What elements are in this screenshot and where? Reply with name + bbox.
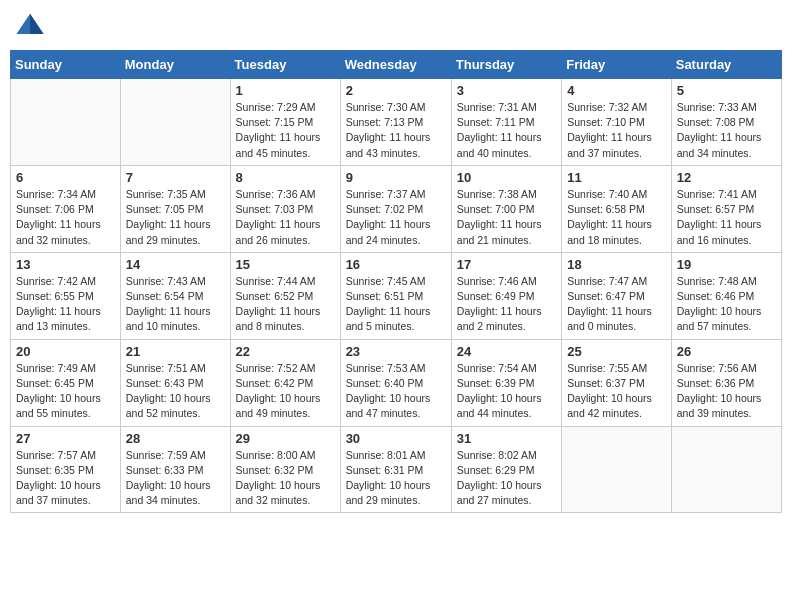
week-row-3: 13Sunrise: 7:42 AMSunset: 6:55 PMDayligh…: [11, 252, 782, 339]
calendar-cell: 13Sunrise: 7:42 AMSunset: 6:55 PMDayligh…: [11, 252, 121, 339]
calendar-cell: 6Sunrise: 7:34 AMSunset: 7:06 PMDaylight…: [11, 165, 121, 252]
calendar-cell: 9Sunrise: 7:37 AMSunset: 7:02 PMDaylight…: [340, 165, 451, 252]
calendar-cell: 8Sunrise: 7:36 AMSunset: 7:03 PMDaylight…: [230, 165, 340, 252]
calendar-cell: 3Sunrise: 7:31 AMSunset: 7:11 PMDaylight…: [451, 79, 561, 166]
calendar-header-sunday: Sunday: [11, 51, 121, 79]
week-row-2: 6Sunrise: 7:34 AMSunset: 7:06 PMDaylight…: [11, 165, 782, 252]
day-number: 2: [346, 83, 446, 98]
calendar-cell: 7Sunrise: 7:35 AMSunset: 7:05 PMDaylight…: [120, 165, 230, 252]
day-info: Sunrise: 7:31 AMSunset: 7:11 PMDaylight:…: [457, 100, 556, 161]
calendar-cell: 12Sunrise: 7:41 AMSunset: 6:57 PMDayligh…: [671, 165, 781, 252]
calendar-cell: 19Sunrise: 7:48 AMSunset: 6:46 PMDayligh…: [671, 252, 781, 339]
day-info: Sunrise: 7:54 AMSunset: 6:39 PMDaylight:…: [457, 361, 556, 422]
day-info: Sunrise: 8:02 AMSunset: 6:29 PMDaylight:…: [457, 448, 556, 509]
calendar-cell: 30Sunrise: 8:01 AMSunset: 6:31 PMDayligh…: [340, 426, 451, 513]
day-number: 25: [567, 344, 666, 359]
day-info: Sunrise: 8:00 AMSunset: 6:32 PMDaylight:…: [236, 448, 335, 509]
day-info: Sunrise: 7:45 AMSunset: 6:51 PMDaylight:…: [346, 274, 446, 335]
day-info: Sunrise: 7:38 AMSunset: 7:00 PMDaylight:…: [457, 187, 556, 248]
day-number: 9: [346, 170, 446, 185]
day-info: Sunrise: 7:32 AMSunset: 7:10 PMDaylight:…: [567, 100, 666, 161]
day-number: 10: [457, 170, 556, 185]
day-info: Sunrise: 7:56 AMSunset: 6:36 PMDaylight:…: [677, 361, 776, 422]
calendar-header-tuesday: Tuesday: [230, 51, 340, 79]
week-row-4: 20Sunrise: 7:49 AMSunset: 6:45 PMDayligh…: [11, 339, 782, 426]
day-number: 6: [16, 170, 115, 185]
calendar-cell: [562, 426, 672, 513]
day-number: 29: [236, 431, 335, 446]
day-info: Sunrise: 7:34 AMSunset: 7:06 PMDaylight:…: [16, 187, 115, 248]
day-info: Sunrise: 7:59 AMSunset: 6:33 PMDaylight:…: [126, 448, 225, 509]
calendar-cell: 17Sunrise: 7:46 AMSunset: 6:49 PMDayligh…: [451, 252, 561, 339]
day-info: Sunrise: 7:30 AMSunset: 7:13 PMDaylight:…: [346, 100, 446, 161]
day-number: 7: [126, 170, 225, 185]
calendar-cell: 31Sunrise: 8:02 AMSunset: 6:29 PMDayligh…: [451, 426, 561, 513]
calendar-header-monday: Monday: [120, 51, 230, 79]
day-number: 11: [567, 170, 666, 185]
calendar-header-row: SundayMondayTuesdayWednesdayThursdayFrid…: [11, 51, 782, 79]
calendar-cell: 26Sunrise: 7:56 AMSunset: 6:36 PMDayligh…: [671, 339, 781, 426]
day-info: Sunrise: 7:35 AMSunset: 7:05 PMDaylight:…: [126, 187, 225, 248]
calendar-cell: 15Sunrise: 7:44 AMSunset: 6:52 PMDayligh…: [230, 252, 340, 339]
day-info: Sunrise: 7:57 AMSunset: 6:35 PMDaylight:…: [16, 448, 115, 509]
calendar-cell: 16Sunrise: 7:45 AMSunset: 6:51 PMDayligh…: [340, 252, 451, 339]
calendar-cell: [120, 79, 230, 166]
day-info: Sunrise: 7:42 AMSunset: 6:55 PMDaylight:…: [16, 274, 115, 335]
day-info: Sunrise: 7:49 AMSunset: 6:45 PMDaylight:…: [16, 361, 115, 422]
day-number: 4: [567, 83, 666, 98]
day-info: Sunrise: 7:33 AMSunset: 7:08 PMDaylight:…: [677, 100, 776, 161]
day-info: Sunrise: 7:29 AMSunset: 7:15 PMDaylight:…: [236, 100, 335, 161]
day-number: 19: [677, 257, 776, 272]
svg-marker-1: [30, 14, 44, 34]
day-number: 5: [677, 83, 776, 98]
day-info: Sunrise: 8:01 AMSunset: 6:31 PMDaylight:…: [346, 448, 446, 509]
calendar-cell: 24Sunrise: 7:54 AMSunset: 6:39 PMDayligh…: [451, 339, 561, 426]
day-number: 22: [236, 344, 335, 359]
day-info: Sunrise: 7:40 AMSunset: 6:58 PMDaylight:…: [567, 187, 666, 248]
calendar-cell: 21Sunrise: 7:51 AMSunset: 6:43 PMDayligh…: [120, 339, 230, 426]
day-info: Sunrise: 7:55 AMSunset: 6:37 PMDaylight:…: [567, 361, 666, 422]
day-number: 14: [126, 257, 225, 272]
day-number: 3: [457, 83, 556, 98]
day-number: 16: [346, 257, 446, 272]
calendar-header-thursday: Thursday: [451, 51, 561, 79]
calendar-cell: 1Sunrise: 7:29 AMSunset: 7:15 PMDaylight…: [230, 79, 340, 166]
day-info: Sunrise: 7:48 AMSunset: 6:46 PMDaylight:…: [677, 274, 776, 335]
day-number: 26: [677, 344, 776, 359]
calendar-cell: 5Sunrise: 7:33 AMSunset: 7:08 PMDaylight…: [671, 79, 781, 166]
day-number: 24: [457, 344, 556, 359]
calendar-cell: [11, 79, 121, 166]
calendar-cell: 28Sunrise: 7:59 AMSunset: 6:33 PMDayligh…: [120, 426, 230, 513]
calendar-header-friday: Friday: [562, 51, 672, 79]
week-row-5: 27Sunrise: 7:57 AMSunset: 6:35 PMDayligh…: [11, 426, 782, 513]
day-info: Sunrise: 7:47 AMSunset: 6:47 PMDaylight:…: [567, 274, 666, 335]
day-info: Sunrise: 7:37 AMSunset: 7:02 PMDaylight:…: [346, 187, 446, 248]
day-number: 17: [457, 257, 556, 272]
week-row-1: 1Sunrise: 7:29 AMSunset: 7:15 PMDaylight…: [11, 79, 782, 166]
day-info: Sunrise: 7:46 AMSunset: 6:49 PMDaylight:…: [457, 274, 556, 335]
calendar-cell: 20Sunrise: 7:49 AMSunset: 6:45 PMDayligh…: [11, 339, 121, 426]
day-number: 12: [677, 170, 776, 185]
calendar-cell: 23Sunrise: 7:53 AMSunset: 6:40 PMDayligh…: [340, 339, 451, 426]
calendar-cell: 10Sunrise: 7:38 AMSunset: 7:00 PMDayligh…: [451, 165, 561, 252]
calendar-cell: 27Sunrise: 7:57 AMSunset: 6:35 PMDayligh…: [11, 426, 121, 513]
day-number: 1: [236, 83, 335, 98]
calendar-cell: [671, 426, 781, 513]
day-number: 8: [236, 170, 335, 185]
calendar-cell: 2Sunrise: 7:30 AMSunset: 7:13 PMDaylight…: [340, 79, 451, 166]
day-info: Sunrise: 7:51 AMSunset: 6:43 PMDaylight:…: [126, 361, 225, 422]
day-number: 20: [16, 344, 115, 359]
day-info: Sunrise: 7:44 AMSunset: 6:52 PMDaylight:…: [236, 274, 335, 335]
day-number: 15: [236, 257, 335, 272]
calendar-cell: 25Sunrise: 7:55 AMSunset: 6:37 PMDayligh…: [562, 339, 672, 426]
day-info: Sunrise: 7:43 AMSunset: 6:54 PMDaylight:…: [126, 274, 225, 335]
page-header: [10, 10, 782, 40]
day-number: 27: [16, 431, 115, 446]
day-number: 30: [346, 431, 446, 446]
calendar-cell: 22Sunrise: 7:52 AMSunset: 6:42 PMDayligh…: [230, 339, 340, 426]
day-info: Sunrise: 7:52 AMSunset: 6:42 PMDaylight:…: [236, 361, 335, 422]
day-info: Sunrise: 7:36 AMSunset: 7:03 PMDaylight:…: [236, 187, 335, 248]
day-info: Sunrise: 7:41 AMSunset: 6:57 PMDaylight:…: [677, 187, 776, 248]
day-number: 31: [457, 431, 556, 446]
day-number: 13: [16, 257, 115, 272]
